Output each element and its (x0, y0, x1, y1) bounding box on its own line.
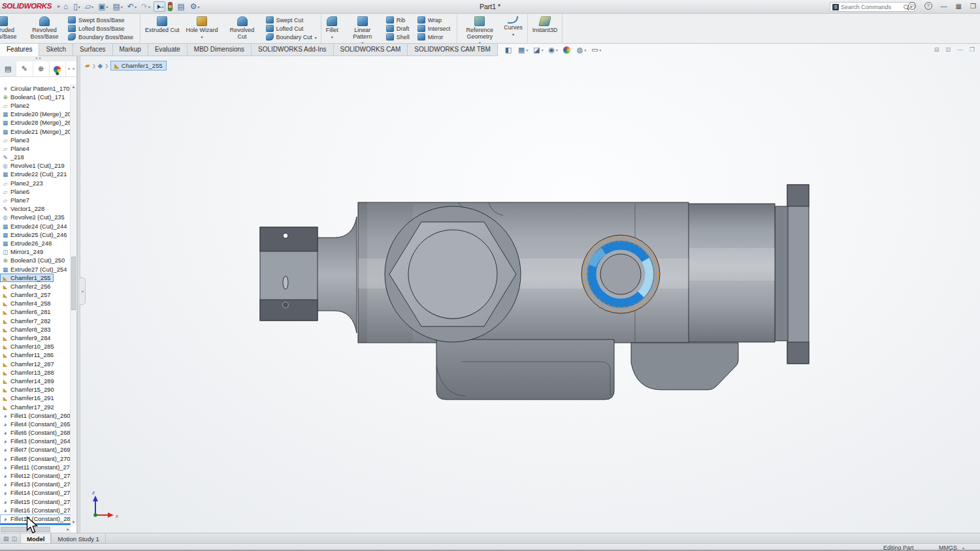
tree-item[interactable]: ◣ Chamfer14_289 (0, 377, 70, 385)
vertical-scroll-thumb[interactable] (71, 257, 76, 310)
swept-cut-button[interactable]: Swept Cut (266, 16, 317, 24)
left-connector-block[interactable] (260, 227, 318, 321)
lofted-boss-base-button[interactable]: Lofted Boss/Base (68, 25, 136, 32)
displaymanager-tab[interactable]: ● (50, 61, 66, 76)
tree-item[interactable]: ◣ Chamfer8_283 (0, 325, 70, 334)
viewport-single-view-icon[interactable]: ⊟ (934, 46, 939, 53)
swept-boss-base-button[interactable]: Swept Boss/Base (68, 16, 136, 24)
configurationmanager-tab[interactable]: ⊕ (33, 61, 50, 76)
boundary-boss-base-button[interactable]: Boundary Boss/Base (68, 33, 136, 40)
viewport-minimize-icon[interactable]: — (957, 46, 963, 53)
tree-item[interactable]: ◎ Revolve2 (Cut)_235 (0, 213, 70, 222)
command-tab[interactable]: SOLIDWORKS Add-Ins (251, 44, 333, 56)
tree-item[interactable]: ✎ _218 (0, 153, 70, 162)
tree-item[interactable]: ◕ Fillet13 (Constant)_275_0 (0, 480, 70, 489)
horizontal-scroll-thumb[interactable] (1, 527, 50, 532)
tree-item[interactable]: ⊕ Boolean1 (Cut)_171 (0, 93, 70, 101)
tree-item[interactable]: ▦ Extrude26_248 (0, 239, 70, 247)
tree-item[interactable]: ◣ Chamfer7_282 (0, 317, 70, 325)
window-minimize-icon[interactable]: — (941, 3, 947, 10)
viewport-split-view-icon[interactable]: ⊡ (945, 46, 951, 53)
tree-item[interactable]: ◣ Chamfer15_290 (0, 386, 70, 394)
tree-item[interactable]: ▱ Plane6 (0, 187, 70, 196)
tree-item[interactable]: ◣ Chamfer12_287 (0, 360, 70, 368)
command-tab[interactable]: Sketch (39, 44, 73, 56)
model-3d-view[interactable]: z x (77, 44, 980, 533)
tree-item[interactable]: ◕ Fillet3 (Constant)_264_0 (0, 437, 70, 446)
tree-horizontal-scrollbar[interactable]: ▸ (0, 525, 71, 533)
tree-item[interactable]: ⊕ Boolean3 (Cut)_250 (0, 257, 70, 265)
mirror-button[interactable]: Mirror (417, 33, 453, 40)
scroll-right-icon[interactable]: ▸ (67, 527, 69, 532)
search-commands-box[interactable]: S ▾ (830, 2, 915, 12)
tree-item[interactable]: ◣ Chamfer11_286 (0, 351, 70, 360)
shell-button[interactable]: Shell (386, 33, 412, 40)
tree-item[interactable]: ◣ Chamfer6_281 (0, 308, 70, 317)
options-gear-icon[interactable]: ⚙▾ (189, 1, 201, 12)
revolved-boss-base-button[interactable]: Revolved Boss/Base (24, 14, 65, 42)
tree-item[interactable]: ◣ Chamfer1_255 (0, 274, 54, 282)
bottom-tab[interactable]: Motion Study 1 (51, 533, 105, 543)
tree-item[interactable]: ◕ Fillet1 (Constant)_260_0 (0, 411, 70, 420)
pane-split-icon[interactable]: ◫ (12, 535, 18, 542)
hole-wizard-button[interactable]: Hole Wizard▾ (183, 14, 221, 42)
tree-item[interactable]: ◣ Chamfer17_292 (0, 403, 70, 411)
viewport-restore-icon[interactable]: ❐ (970, 46, 975, 53)
command-tab[interactable]: Surfaces (73, 44, 112, 56)
tree-item[interactable]: ▱ Plane3 (0, 136, 70, 144)
home-icon[interactable]: ⌂ (62, 1, 70, 12)
tree-item[interactable]: ▦ Extrude20 (Merge)_203 (0, 110, 70, 119)
tree-item[interactable]: ◕ Fillet16 (Constant)_279_0 (0, 506, 70, 514)
reference-geometry-button[interactable]: Reference Geometry▾ (459, 14, 500, 42)
scroll-up-icon[interactable]: ▲ (71, 85, 76, 89)
wrap-button[interactable]: Wrap (417, 16, 453, 24)
tree-item[interactable]: ◕ Fillet15 (Constant)_277_0 (0, 497, 70, 506)
tree-item[interactable]: ▱ Plane2 (0, 101, 70, 110)
tree-item[interactable]: ◣ Chamfer2_256 (0, 282, 70, 291)
help-icon[interactable]: ? (924, 2, 932, 10)
panel-flyout-handle[interactable]: ◂ (80, 277, 86, 305)
body-step[interactable] (631, 343, 738, 390)
tree-item[interactable]: ▦ Extrude27 (Cut)_254 (0, 265, 70, 274)
tree-item[interactable]: ▱ Plane4 (0, 144, 70, 153)
tree-item[interactable]: ◫ Mirror1_249 (0, 248, 70, 257)
redo-icon[interactable]: ↷▾ (140, 1, 152, 12)
tree-item[interactable]: ✳ Circular Pattern1_170 (0, 84, 70, 93)
flange-collar[interactable] (775, 206, 788, 341)
new-document-icon[interactable]: ▯▾ (72, 1, 82, 12)
tree-item[interactable]: ▦ Extrude24 (Cut)_244 (0, 222, 70, 230)
panel-tabs-prev-icon[interactable]: ◂ (66, 61, 71, 76)
tree-item[interactable]: ▦ Extrude22 (Cut)_221 (0, 170, 70, 179)
file-properties-icon[interactable]: ▤ (176, 1, 186, 12)
extruded-cut-button[interactable]: Extruded Cut (142, 14, 183, 42)
graphics-area[interactable]: ⌖ ⊞ ↺ ◧ ▦▾ ◪▾ ◉▾ ● ◍▾ ▭▾ ▰ ❯ ◆ (77, 44, 980, 533)
command-tab[interactable]: Markup (112, 44, 148, 56)
units-selector[interactable]: MMGS ▾ (939, 544, 964, 551)
intersect-button[interactable]: Intersect (417, 25, 453, 32)
rib-button[interactable]: Rib (386, 16, 412, 24)
tree-item[interactable]: ▦ Extrude25 (Cut)_246 (0, 230, 70, 239)
motionmanager-toggle-icon[interactable]: ▤ (3, 535, 9, 542)
print-icon[interactable]: ▤▾ (111, 1, 123, 12)
hex-boss[interactable] (385, 206, 521, 342)
tree-item[interactable]: ▱ Plane2_223 (0, 179, 70, 187)
window-maximize-icon[interactable]: ▦ (956, 3, 962, 10)
search-input[interactable] (841, 4, 902, 10)
linear-pattern-button[interactable]: Linear Pattern▾ (342, 14, 384, 42)
tree-item[interactable]: ◕ Fillet8 (Constant)_270_0 (0, 454, 70, 463)
tree-item[interactable]: ◣ Chamfer9_284 (0, 334, 70, 342)
tree-item[interactable]: ◎ Revolve1 (Cut)_219 (0, 162, 70, 170)
tree-vertical-scrollbar[interactable]: ▲ ▼ (70, 84, 76, 525)
left-neck[interactable] (317, 217, 357, 333)
right-cylinder[interactable] (687, 204, 775, 342)
command-tab[interactable]: SOLIDWORKS CAM TBM (407, 44, 498, 56)
tree-item[interactable]: ▦ Extrude21 (Merge)_205 (0, 127, 70, 136)
extruded-boss-base-button[interactable]: Extruded Boss/Base (0, 14, 24, 42)
login-icon[interactable]: ☺ (908, 2, 916, 10)
save-icon[interactable]: ▣▾ (97, 1, 109, 12)
tree-item[interactable]: ▦ Extrude28 (Merge)_262 (0, 119, 70, 127)
boundary-cut-button[interactable]: Boundary Cut▾ (266, 33, 317, 40)
fillet-button[interactable]: Fillet▾ (323, 14, 342, 42)
tree-item[interactable]: ✎ Vector1_228 (0, 205, 70, 213)
tree-item[interactable]: ◣ Chamfer3_257 (0, 291, 70, 300)
